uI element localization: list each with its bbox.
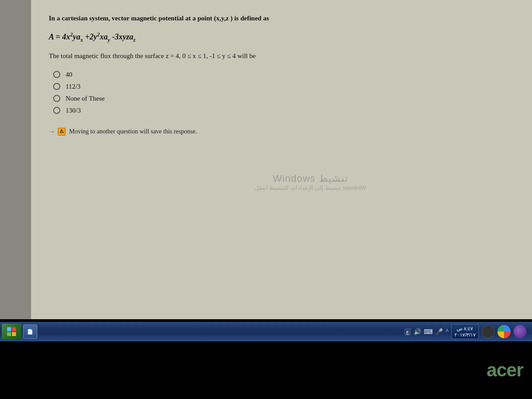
formula-text: A = 4x2yax +2y2xay -3xyzaz: [49, 32, 136, 41]
taskbar-corner-icon[interactable]: [481, 325, 495, 338]
taskbar-app-label: 📄: [27, 329, 33, 335]
language-indicator[interactable]: ع: [404, 328, 411, 336]
question-intro: In a cartesian system, vector magnetic p…: [49, 13, 514, 23]
main-content-area: In a cartesian system, vector magnetic p…: [31, 0, 532, 319]
date-text: ٢٠١٧/٣/١٧: [454, 332, 476, 338]
arrow-icon: →: [49, 128, 55, 135]
warning-text: Moving to another question will save thi…: [69, 128, 197, 135]
svg-rect-1: [12, 327, 16, 331]
volume-icon[interactable]: 🔊: [414, 328, 421, 336]
answer-options: 40 112/3 None of These 130/3: [53, 71, 514, 114]
option-radio-2[interactable]: [53, 83, 60, 90]
option-radio-1[interactable]: [53, 71, 60, 78]
google-chrome-icon[interactable]: [497, 325, 511, 338]
option-radio-4[interactable]: [53, 107, 60, 114]
clock-display: ٨:٤٧ ص ٢٠١٧/٣/١٧: [454, 325, 476, 338]
windows-logo-icon: [7, 327, 16, 336]
microphone-icon[interactable]: 🎤: [435, 328, 443, 336]
option-label-4[interactable]: 130/3: [66, 107, 81, 114]
caret-icon[interactable]: ^: [446, 328, 449, 335]
keyboard-icon[interactable]: ⌨: [424, 328, 433, 336]
option-row-3: None of These: [53, 95, 514, 102]
svg-rect-3: [12, 332, 16, 336]
acer-logo: acer: [487, 360, 523, 381]
option-row-1: 40: [53, 71, 514, 78]
svg-rect-2: [7, 332, 11, 336]
start-button[interactable]: [2, 324, 21, 340]
formula-display: A = 4x2yax +2y2xay -3xyzaz: [49, 31, 514, 43]
warning-row: → ⚠ Moving to another question will save…: [49, 128, 514, 136]
option-row-2: 112/3: [53, 83, 514, 90]
option-label-1[interactable]: 40: [66, 71, 72, 78]
taskbar-right-area: ع 🔊 ⌨ 🎤 ^ ٨:٤٧ ص ٢٠١٧/٣/١٧: [404, 324, 530, 340]
bottom-area: acer: [0, 341, 532, 399]
question-body: The total magnetic flux through the surf…: [49, 51, 514, 61]
left-sidebar: [0, 0, 31, 319]
option-row-4: 130/3: [53, 107, 514, 114]
svg-rect-0: [7, 327, 11, 331]
warning-triangle-icon: ⚠: [58, 128, 66, 136]
option-label-2[interactable]: 112/3: [66, 83, 81, 90]
purple-app-icon[interactable]: [513, 325, 527, 338]
taskbar: 📄 ع 🔊 ⌨ 🎤 ^ ٨:٤٧ ص ٢٠١٧/٣/١٧: [0, 322, 532, 341]
taskbar-app-button[interactable]: 📄: [23, 325, 37, 339]
system-tray: ٨:٤٧ ص ٢٠١٧/٣/١٧: [451, 324, 479, 340]
option-radio-3[interactable]: [53, 95, 60, 102]
time-text: ٨:٤٧ ص: [454, 325, 476, 332]
option-label-3[interactable]: None of These: [66, 95, 105, 102]
